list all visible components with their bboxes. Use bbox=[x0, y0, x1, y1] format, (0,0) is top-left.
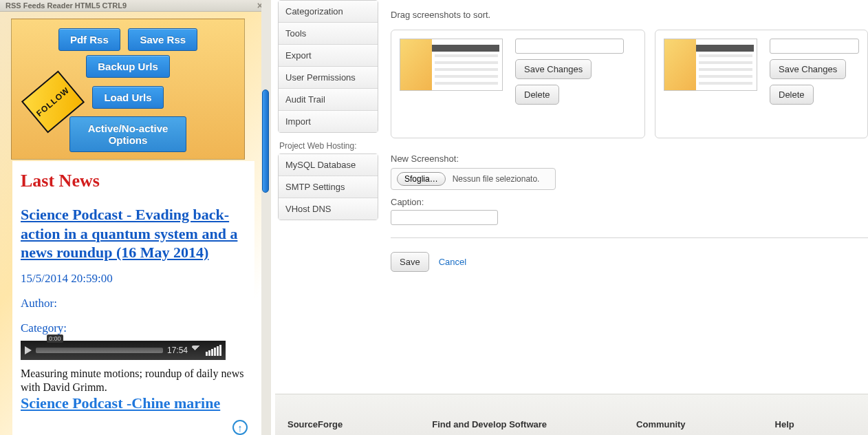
audio-position: 0:00 bbox=[47, 335, 63, 343]
nav-user-permissions[interactable]: User Permissions bbox=[279, 67, 378, 89]
scrollbar-thumb[interactable] bbox=[262, 89, 269, 193]
nav-mysql[interactable]: MySQL Database bbox=[279, 154, 378, 176]
screenshot-caption-input[interactable] bbox=[515, 39, 624, 54]
screenshot-thumb[interactable] bbox=[400, 39, 503, 91]
article-title-link[interactable]: Science Podcast - Evading back-action in… bbox=[21, 206, 237, 261]
footer-find-develop[interactable]: Find and Develop Software bbox=[432, 419, 547, 429]
divider bbox=[391, 237, 868, 238]
file-status: Nessun file selezionato. bbox=[453, 174, 540, 184]
new-screenshot-label: New Screenshot: bbox=[391, 153, 868, 164]
cancel-link[interactable]: Cancel bbox=[439, 257, 466, 267]
nav-categorization[interactable]: Categorization bbox=[279, 1, 378, 23]
screenshot-thumb[interactable] bbox=[664, 39, 757, 91]
footer-nav: SourceForge Find and Develop Software Co… bbox=[275, 394, 868, 435]
footer-sourceforge[interactable]: SourceForge bbox=[287, 419, 343, 429]
news-panel: Last News Science Podcast - Evading back… bbox=[12, 161, 254, 435]
panel-scrollbar[interactable] bbox=[261, 0, 271, 435]
save-button[interactable]: Save bbox=[391, 252, 429, 272]
nav-vhost[interactable]: VHost DNS bbox=[279, 198, 378, 220]
news-heading: Last News bbox=[21, 171, 249, 191]
backup-urls-button[interactable]: Backup Urls bbox=[86, 55, 170, 78]
hosting-label: Project Web Hosting: bbox=[278, 141, 378, 153]
save-changes-button[interactable]: Save Changes bbox=[515, 59, 592, 79]
main-content: Drag screenshots to sort. Save Changes D… bbox=[385, 0, 868, 435]
sort-instruction: Drag screenshots to sort. bbox=[391, 10, 868, 20]
nav-group-2: MySQL Database SMTP Settings VHost DNS bbox=[278, 153, 378, 220]
volume-icon[interactable] bbox=[192, 346, 202, 355]
caption-input[interactable] bbox=[391, 210, 498, 225]
next-article-link[interactable]: Science Podcast -Chine marine bbox=[21, 394, 220, 412]
play-icon[interactable] bbox=[25, 346, 32, 354]
caption-label: Caption: bbox=[391, 197, 868, 207]
pdf-rss-button[interactable]: Pdf Rss bbox=[58, 28, 120, 51]
nav-tools[interactable]: Tools bbox=[279, 23, 378, 45]
form-actions: Save Cancel bbox=[391, 252, 868, 272]
save-rss-button[interactable]: Save Rss bbox=[128, 28, 197, 51]
audio-duration: 17:54 bbox=[167, 346, 188, 355]
volume-bars[interactable] bbox=[206, 345, 221, 356]
file-picker[interactable]: Sfoglia… Nessun file selezionato. bbox=[391, 168, 556, 190]
scroll-up-icon[interactable]: ↑ bbox=[232, 420, 248, 435]
audio-progress-track[interactable] bbox=[36, 348, 163, 353]
screenshots-row: Save Changes Delete Save Changes Delete bbox=[391, 30, 868, 138]
panel-title-text: RSS Feeds Reader HTML5 CTRL9 bbox=[6, 0, 127, 11]
screenshot-card[interactable]: Save Changes Delete bbox=[655, 30, 868, 138]
category-label: Category: bbox=[21, 321, 249, 335]
panel-titlebar: RSS Feeds Reader HTML5 CTRL9 × bbox=[0, 0, 268, 12]
save-changes-button[interactable]: Save Changes bbox=[770, 59, 846, 79]
rss-sidebar-panel: RSS Feeds Reader HTML5 CTRL9 × Pdf Rss S… bbox=[0, 0, 268, 435]
article-summary: Measuring minute motions; roundup of dai… bbox=[21, 367, 249, 394]
nav-group-1: Categorization Tools Export User Permiss… bbox=[278, 0, 378, 133]
active-options-button[interactable]: Active/No-active Options bbox=[69, 116, 186, 152]
screenshot-card[interactable]: Save Changes Delete bbox=[391, 30, 645, 138]
author-label: Author: bbox=[21, 297, 249, 310]
nav-audit-trail[interactable]: Audit Trail bbox=[279, 89, 378, 111]
nav-import[interactable]: Import bbox=[279, 111, 378, 132]
browse-button[interactable]: Sfoglia… bbox=[397, 172, 446, 186]
delete-button[interactable]: Delete bbox=[515, 85, 559, 105]
footer-community[interactable]: Community bbox=[636, 419, 686, 429]
admin-nav: Categorization Tools Export User Permiss… bbox=[278, 0, 378, 435]
audio-player[interactable]: 0:00 17:54 bbox=[21, 341, 226, 360]
load-urls-button[interactable]: Load Urls bbox=[92, 86, 163, 109]
footer-help[interactable]: Help bbox=[775, 419, 794, 429]
screenshot-caption-input[interactable] bbox=[770, 39, 859, 54]
article-date: 15/5/2014 20:59:00 bbox=[21, 272, 249, 286]
nav-smtp[interactable]: SMTP Settings bbox=[279, 176, 378, 198]
nav-export[interactable]: Export bbox=[279, 45, 378, 67]
delete-button[interactable]: Delete bbox=[770, 85, 814, 105]
